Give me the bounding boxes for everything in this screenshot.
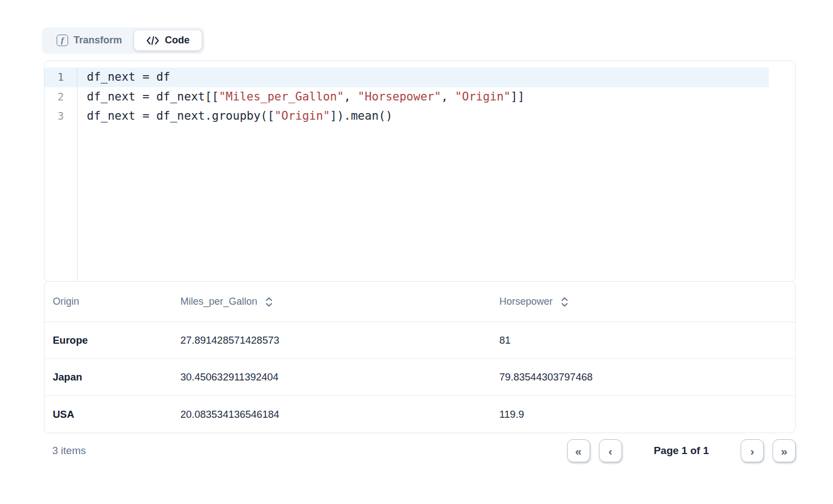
code-icon [146, 35, 159, 46]
function-icon: f [57, 35, 68, 46]
column-header-label: Miles_per_Gallon [180, 296, 257, 307]
chevron-left-icon: ‹ [608, 445, 612, 457]
view-switcher: f Transform Code [42, 27, 204, 53]
app-window: f Transform Code 1 df_next = df 2 df_nex… [0, 0, 833, 504]
column-header-origin: Origin [45, 282, 172, 322]
column-header-horsepower[interactable]: Horsepower [491, 282, 795, 322]
cell-miles-per-gallon: 27.891428571428573 [172, 322, 491, 359]
cell-horsepower: 81 [491, 322, 795, 359]
page-indicator: Page 1 of 1 [654, 445, 709, 457]
double-chevron-right-icon: » [781, 445, 787, 457]
code-line-text: df_next = df_next[["Miles_per_Gallon", "… [77, 87, 795, 107]
cell-horsepower: 79.83544303797468 [491, 359, 795, 396]
gutter [45, 126, 77, 282]
first-page-button[interactable]: « [567, 439, 590, 462]
code-line-text: df_next = df [77, 68, 795, 87]
table-row: Europe 27.891428571428573 81 [45, 322, 795, 359]
tab-transform[interactable]: f Transform [45, 30, 134, 51]
result-table: Origin Miles_per_Gallon [44, 281, 796, 433]
code-line-text: df_next = df_next.groupby(["Origin"]).me… [77, 107, 795, 126]
code-line-3[interactable]: 3 df_next = df_next.groupby(["Origin"]).… [45, 107, 795, 126]
table-row: Japan 30.450632911392404 79.835443037974… [45, 359, 795, 396]
line-number: 2 [45, 87, 77, 107]
cell-miles-per-gallon: 30.450632911392404 [172, 359, 491, 396]
next-page-button[interactable]: › [741, 439, 764, 462]
cell-origin: Japan [45, 359, 172, 396]
chevron-right-icon: › [751, 445, 754, 457]
last-page-button[interactable]: » [773, 439, 796, 462]
tab-transform-label: Transform [74, 35, 122, 46]
sort-icon[interactable] [560, 296, 569, 307]
editor-blank [77, 126, 795, 282]
code-line-2[interactable]: 2 df_next = df_next[["Miles_per_Gallon",… [45, 87, 795, 107]
code-editor-empty-area[interactable] [45, 126, 795, 282]
code-line-1[interactable]: 1 df_next = df [45, 68, 795, 87]
pagination: « ‹ Page 1 of 1 › » [567, 439, 796, 462]
sort-icon[interactable] [265, 296, 273, 307]
table-header-row: Origin Miles_per_Gallon [45, 282, 795, 322]
line-number: 3 [45, 107, 77, 126]
line-number: 1 [45, 68, 77, 87]
prev-page-button[interactable]: ‹ [599, 439, 622, 462]
column-header-label: Horsepower [499, 296, 553, 307]
column-header-label: Origin [53, 296, 79, 307]
double-chevron-left-icon: « [575, 445, 582, 457]
cell-origin: USA [45, 396, 172, 433]
table-footer: 3 items « ‹ Page 1 of 1 › » [44, 439, 796, 462]
column-header-miles-per-gallon[interactable]: Miles_per_Gallon [172, 282, 491, 322]
table-row: USA 20.083534136546184 119.9 [45, 396, 795, 433]
tab-code-label: Code [165, 35, 190, 46]
code-editor[interactable]: 1 df_next = df 2 df_next = df_next[["Mil… [44, 60, 796, 282]
items-count: 3 items [44, 445, 86, 457]
tab-code[interactable]: Code [134, 30, 202, 51]
cell-origin: Europe [45, 322, 172, 359]
cell-horsepower: 119.9 [491, 396, 795, 433]
cell-miles-per-gallon: 20.083534136546184 [172, 396, 491, 433]
